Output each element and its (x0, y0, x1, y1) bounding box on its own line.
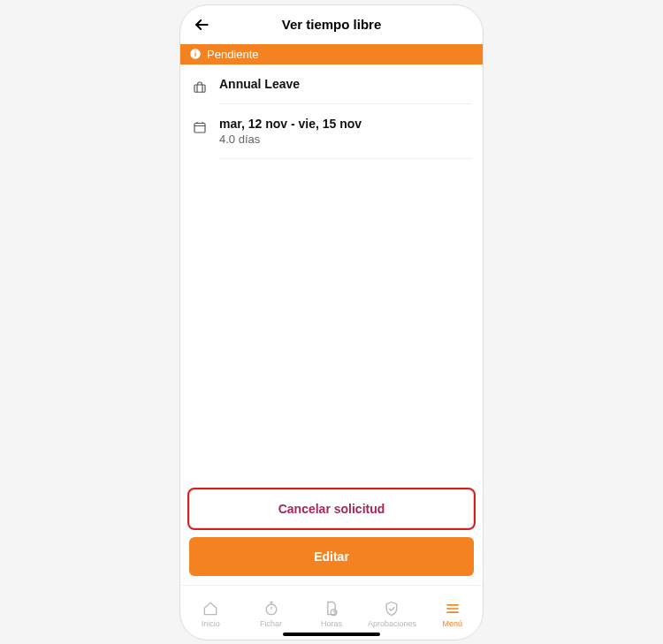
actions-area: Cancelar solicitud Editar (180, 489, 483, 585)
tab-menu[interactable]: Menú (423, 600, 483, 628)
leave-date-range: mar, 12 nov - vie, 15 nov (219, 117, 472, 131)
svg-rect-4 (194, 85, 205, 92)
status-label: Pendiente (207, 48, 259, 61)
back-button[interactable] (189, 12, 214, 37)
tab-approvals-label: Aprobaciones (368, 619, 416, 628)
tab-approvals[interactable]: Aprobaciones (362, 600, 422, 628)
shield-check-icon (382, 600, 401, 617)
tab-home[interactable]: Inicio (180, 600, 240, 628)
leave-duration: 4.0 días (219, 133, 472, 146)
tab-bar: Inicio Fichar Horas Aprobaciones Menú (180, 585, 483, 640)
svg-rect-2 (194, 53, 195, 57)
tab-clock-label: Fichar (260, 619, 282, 628)
page-title: Ver tiempo libre (282, 17, 382, 32)
edit-button[interactable]: Editar (189, 537, 474, 576)
calendar-icon (191, 118, 209, 136)
menu-icon (443, 600, 462, 617)
home-icon (201, 600, 220, 617)
tab-clock[interactable]: Fichar (240, 600, 301, 628)
leave-type-row: Annual Leave (180, 64, 483, 104)
phone-frame: Ver tiempo libre Pendiente Annual Leave … (179, 4, 484, 640)
app-header: Ver tiempo libre (180, 5, 483, 44)
tab-hours-label: Horas (321, 619, 342, 628)
leave-type-label: Annual Leave (219, 77, 472, 91)
tab-menu-label: Menú (443, 619, 463, 628)
home-indicator (283, 633, 380, 636)
cancel-request-button[interactable]: Cancelar solicitud (189, 489, 474, 528)
svg-rect-7 (194, 123, 205, 133)
svg-rect-3 (194, 51, 195, 52)
tab-hours[interactable]: Horas (301, 600, 362, 628)
content-area: Annual Leave mar, 12 nov - vie, 15 nov 4… (180, 64, 483, 489)
back-arrow-icon (193, 16, 210, 34)
info-icon (189, 48, 202, 60)
tab-home-label: Inicio (202, 619, 220, 628)
stopwatch-icon (262, 600, 281, 617)
svg-point-11 (266, 604, 277, 615)
document-clock-icon (322, 600, 341, 617)
leave-dates-row: mar, 12 nov - vie, 15 nov 4.0 días (180, 104, 483, 159)
status-banner: Pendiente (180, 44, 483, 64)
suitcase-icon (191, 79, 209, 96)
